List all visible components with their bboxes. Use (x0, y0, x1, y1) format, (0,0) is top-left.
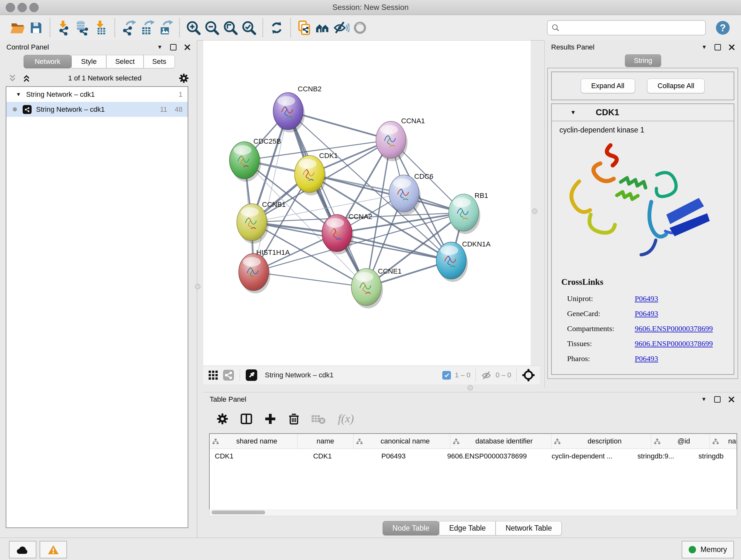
panel-menu-caret-icon[interactable]: ▼ (701, 44, 707, 51)
network-node-CDKN1A[interactable]: CDKN1A (436, 240, 491, 282)
collapse-all-button[interactable]: Collapse All (647, 78, 705, 93)
cell[interactable]: stringdb (682, 449, 737, 463)
crosslink-link[interactable]: P06493 (635, 294, 658, 303)
zoom-out-button[interactable] (203, 18, 221, 38)
table-horizontal-scrollbar[interactable] (209, 509, 737, 516)
gear-icon[interactable] (179, 73, 189, 84)
column-header-namespac[interactable]: namespac (710, 434, 737, 449)
help-button[interactable]: ? (714, 18, 732, 38)
crosslink-link[interactable]: P06493 (635, 309, 658, 318)
edge-CCNB2-HIST1H1A[interactable] (254, 111, 288, 272)
tab-select[interactable]: Select (106, 55, 144, 68)
graphics-details-icon[interactable] (223, 370, 234, 381)
export-network-button[interactable] (119, 18, 138, 38)
network-node-CDC6[interactable]: CDC6 (389, 172, 433, 215)
network-node-CCNA2[interactable]: CCNA2 (322, 212, 373, 254)
cell[interactable]: stringdb:9... (629, 449, 682, 463)
column-header-sharedname[interactable]: shared name (210, 434, 297, 449)
network-collection-row[interactable]: ▼ String Network – cdk1 1 (6, 87, 188, 102)
network-node-HIST1H1A[interactable]: HIST1H1A (239, 248, 290, 294)
hide-selected-button[interactable] (332, 18, 351, 38)
network-row-selected[interactable]: String Network – cdk1 11 48 (6, 102, 188, 117)
network-node-RB1[interactable]: RB1 (449, 192, 488, 234)
minimize-window-button[interactable] (17, 3, 27, 12)
edge-CCNE1-HIST1H1A[interactable] (254, 272, 366, 287)
panel-float-icon[interactable] (715, 44, 721, 51)
crosslink-link[interactable]: P06493 (635, 354, 658, 363)
refresh-view-button[interactable] (267, 18, 286, 38)
add-column-plus-icon[interactable] (264, 413, 277, 425)
network-canvas[interactable]: CCNB2 CCNA1 CDC25B (203, 40, 531, 366)
open-session-button[interactable] (8, 18, 27, 38)
string-home-button[interactable] (314, 18, 332, 38)
tab-style[interactable]: Style (71, 55, 106, 68)
horizontal-splitter-handle[interactable] (468, 385, 473, 390)
tab-network[interactable]: Network (23, 55, 71, 68)
tab-node-table[interactable]: Node Table (383, 521, 440, 536)
detach-view-icon[interactable] (246, 369, 257, 381)
cell[interactable]: P06493 (348, 449, 439, 463)
network-graph[interactable]: CCNB2 CCNA1 CDC25B (203, 41, 531, 366)
import-network-file-button[interactable] (55, 18, 73, 38)
save-session-button[interactable] (27, 18, 45, 38)
tab-sets[interactable]: Sets (144, 55, 175, 68)
tree-expand-caret-icon[interactable]: ▼ (16, 91, 21, 98)
panel-menu-caret-icon[interactable]: ▼ (701, 396, 706, 402)
network-node-CCNB2[interactable]: CCNB2 (273, 85, 322, 132)
crosslink-link[interactable]: 9606.ENSP00000378699 (635, 324, 713, 333)
zoom-selected-button[interactable] (240, 18, 258, 38)
birdseye-view-icon[interactable] (208, 370, 219, 381)
table-row[interactable]: CDK1CDK1P064939606.ENSP00000378699cyclin… (210, 449, 737, 463)
scrollbar-thumb[interactable] (212, 510, 265, 514)
network-node-CDK1[interactable]: CDK1 (294, 152, 338, 195)
panel-float-icon[interactable] (170, 44, 177, 51)
column-header-name[interactable]: name (297, 434, 354, 449)
cell[interactable]: CDK1 (297, 449, 348, 463)
panel-float-icon[interactable] (714, 396, 721, 402)
tab-network-table[interactable]: Network Table (495, 521, 562, 536)
panel-close-icon[interactable] (728, 396, 735, 402)
delete-column-trash-icon[interactable] (287, 413, 300, 425)
close-window-button[interactable] (6, 3, 15, 12)
zoom-in-button[interactable] (184, 18, 203, 38)
warnings-button[interactable] (40, 541, 67, 558)
panel-close-icon[interactable] (184, 44, 191, 51)
clone-network-button[interactable] (295, 18, 314, 38)
gene-section-header[interactable]: ▼ CDK1 (552, 104, 734, 121)
search-input[interactable] (560, 23, 701, 32)
panel-close-icon[interactable] (729, 44, 735, 51)
table-settings-gear-icon[interactable] (216, 413, 229, 425)
column-header-canonicalname[interactable]: canonical name (354, 434, 450, 449)
tab-edge-table[interactable]: Edge Table (439, 521, 495, 536)
left-splitter-handle[interactable] (195, 284, 200, 289)
cell[interactable]: cyclin-dependent ... (535, 449, 629, 463)
show-all-button[interactable] (351, 18, 369, 38)
memory-button[interactable]: Memory (682, 541, 734, 558)
network-node-CCNE1[interactable]: CCNE1 (351, 267, 402, 308)
import-table-file-button[interactable] (91, 18, 110, 38)
export-table-button[interactable] (138, 18, 156, 38)
tab-string[interactable]: String (625, 54, 661, 67)
edge-CCNB2-CCNE1[interactable] (288, 111, 366, 287)
network-node-CDC25B[interactable]: CDC25B (229, 137, 281, 182)
cell[interactable]: CDK1 (210, 449, 297, 463)
panel-menu-caret-icon[interactable]: ▼ (157, 44, 162, 51)
column-header-description[interactable]: description (551, 434, 651, 449)
cloud-status-button[interactable] (9, 541, 37, 558)
network-node-CCNA1[interactable]: CCNA1 (376, 117, 425, 161)
crosshair-icon[interactable] (522, 368, 535, 382)
show-columns-icon[interactable] (240, 413, 253, 425)
zoom-fit-button[interactable] (221, 18, 240, 38)
right-splitter-handle[interactable] (532, 208, 537, 214)
zoom-window-button[interactable] (29, 3, 39, 12)
column-header-databaseidentifier[interactable]: database identifier (450, 434, 551, 449)
expand-all-button[interactable]: Expand All (581, 78, 635, 93)
cell[interactable]: 9606.ENSP00000378699 (439, 449, 535, 463)
crosslink-link[interactable]: 9606.ENSP00000378699 (635, 339, 713, 348)
collapse-all-chevron-icon[interactable] (8, 73, 17, 83)
selected-checkbox-icon[interactable] (442, 371, 451, 380)
import-network-database-button[interactable] (73, 18, 91, 38)
section-collapse-caret-icon[interactable]: ▼ (570, 109, 576, 116)
column-header-id[interactable]: @id (651, 434, 710, 449)
expand-all-chevron-icon[interactable] (22, 73, 31, 83)
